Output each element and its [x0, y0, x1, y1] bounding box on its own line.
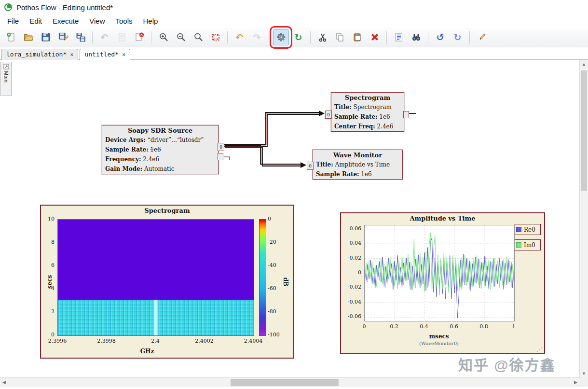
spectrogram-widget[interactable]: Spectrogram secs 10864202.39962.39982.42…	[40, 205, 294, 359]
block-soapy-sdr-source[interactable]: Soapy SDR Source Device Args: “driver”…“…	[102, 125, 219, 174]
rotate-left-icon: ↺	[437, 33, 444, 42]
block-wave-monitor[interactable]: Wave Monitor Title: Amplitude vs Time Sa…	[313, 150, 403, 180]
scroll-up-arrow[interactable]: ▲	[580, 60, 588, 68]
menu-tools[interactable]: Tools	[110, 15, 137, 27]
spectrogram-nodata-region	[58, 220, 254, 300]
undo-button[interactable]: ↶	[232, 29, 247, 45]
zoom-fit-icon	[210, 32, 221, 42]
tab-untitled[interactable]: untitled* ×	[80, 49, 130, 60]
save-all-button[interactable]	[72, 29, 88, 45]
reload-page-icon: ↶	[101, 33, 109, 42]
colorbar-label: dB	[282, 277, 289, 286]
tab-close-icon[interactable]: ×	[122, 51, 125, 58]
toolbar-separator	[151, 31, 151, 43]
resize-grip[interactable]: ⋰	[537, 347, 543, 352]
log-button[interactable]	[391, 29, 407, 45]
app-logo-icon	[4, 3, 13, 12]
horizontal-scrollbar[interactable]: ◀ ▶	[0, 377, 580, 387]
activate-topology-button[interactable]	[273, 29, 289, 45]
save-as-button[interactable]	[55, 29, 71, 45]
copy-pages-icon	[335, 32, 345, 42]
gear-icon	[276, 32, 287, 42]
output-port[interactable]	[403, 111, 409, 118]
scroll-right-arrow[interactable]: ▶	[572, 378, 580, 386]
wave-title: Amplitude vs Time	[341, 215, 544, 222]
zoom-in-icon	[158, 32, 169, 42]
block-spectrogram[interactable]: Spectrogram Title: Spectrogram Sample Ra…	[331, 92, 404, 132]
menu-help[interactable]: Help	[138, 15, 164, 27]
undo-icon: ↶	[236, 33, 244, 42]
x-axis-label: msecs	[364, 333, 514, 340]
scroll-down-arrow[interactable]: ▼	[580, 369, 588, 377]
spectrogram-noise-region	[58, 300, 254, 335]
floppy-stack-icon	[75, 32, 86, 42]
close-page-button[interactable]	[131, 29, 147, 45]
menu-file[interactable]: File	[2, 15, 24, 27]
open-button[interactable]	[20, 29, 36, 45]
zoom-out-icon	[176, 32, 186, 42]
vertical-scroll-thumb[interactable]	[581, 70, 587, 191]
zoom-fit-button[interactable]	[207, 29, 223, 45]
pencil-icon	[477, 32, 487, 42]
new-button[interactable]	[3, 29, 19, 45]
paste-button[interactable]	[349, 29, 365, 45]
legend-entry-re0[interactable]: Re0	[514, 224, 541, 235]
block-property: Sample Rate: 1e6	[331, 112, 404, 122]
legend-label: Im0	[524, 242, 535, 249]
graph-canvas[interactable]: Main Soapy SDR Source Device Args: “driv…	[0, 60, 580, 377]
watermark: 知乎 @徐方鑫	[458, 353, 556, 375]
vertical-scrollbar[interactable]: ▲ ▼	[579, 60, 588, 377]
tab-lora-simulation[interactable]: lora_simulation* ×	[1, 49, 78, 60]
delete-button[interactable]	[367, 29, 383, 45]
new-document-icon	[6, 32, 16, 42]
legend-entry-im0[interactable]: Im0	[514, 239, 541, 250]
block-property: Gain Mode: Automatic	[102, 164, 218, 174]
input-port[interactable]: 0	[325, 111, 332, 119]
redo-icon: ↷	[253, 33, 261, 42]
menu-edit[interactable]: Edit	[24, 15, 47, 27]
floppy-save-icon	[41, 32, 51, 42]
block-title: Soapy SDR Source	[102, 125, 218, 135]
wave-monitor-widget[interactable]: Amplitude vs Time Re0 Im0 0.060.040.020-…	[340, 212, 545, 354]
tab-close-icon[interactable]: ×	[70, 51, 73, 58]
block-property: Title: Amplitude vs Time	[313, 160, 402, 169]
redo-button[interactable]: ↷	[249, 29, 265, 45]
block-property: Center Freq: 2.4e6	[331, 122, 404, 131]
message-port[interactable]	[218, 153, 223, 160]
sidebar-tab-label: Main	[3, 71, 9, 83]
edit-properties-button[interactable]	[474, 29, 490, 45]
copy-button[interactable]	[332, 29, 348, 45]
rotate-right-button[interactable]: ↻	[450, 29, 465, 45]
save-button[interactable]	[38, 29, 54, 45]
dock-window-icon	[3, 64, 9, 69]
rotate-right-icon: ↻	[454, 33, 462, 42]
reload-page-button[interactable]: ↶	[96, 29, 112, 45]
spectrogram-image	[57, 219, 254, 336]
horizontal-scroll-thumb[interactable]	[231, 379, 339, 386]
output-port[interactable]: 0	[218, 143, 224, 151]
zoom-original-button[interactable]	[190, 29, 206, 45]
sidebar-tab-main[interactable]: Main	[0, 62, 12, 96]
rotate-left-button[interactable]: ↺	[432, 29, 448, 45]
reload-topology-button[interactable]: ↻	[290, 29, 306, 45]
window-titlebar: Pothos Flow - Editing untitled*	[0, 0, 588, 14]
block-property: Title: Spectrogram	[331, 102, 404, 112]
toolbar-separator	[386, 31, 387, 43]
input-port[interactable]: 0	[307, 162, 314, 170]
log-page-icon	[394, 32, 404, 42]
scroll-left-arrow[interactable]: ◀	[0, 378, 8, 386]
cut-button[interactable]	[315, 29, 330, 45]
zoom-out-button[interactable]	[173, 29, 189, 45]
block-property: Device Args: “driver”…“lutosdr”	[102, 135, 218, 145]
export-button[interactable]	[114, 29, 130, 45]
scrollbar-corner	[580, 377, 588, 387]
arrowhead	[301, 162, 306, 168]
menu-view[interactable]: View	[84, 15, 110, 27]
legend-swatch-im0	[516, 242, 521, 248]
toolbar-separator	[428, 31, 428, 43]
zoom-in-button[interactable]	[155, 29, 171, 45]
find-button[interactable]	[408, 29, 424, 45]
delete-x-icon	[369, 32, 380, 42]
menu-execute[interactable]: Execute	[47, 15, 84, 27]
tab-label: untitled*	[84, 51, 118, 58]
